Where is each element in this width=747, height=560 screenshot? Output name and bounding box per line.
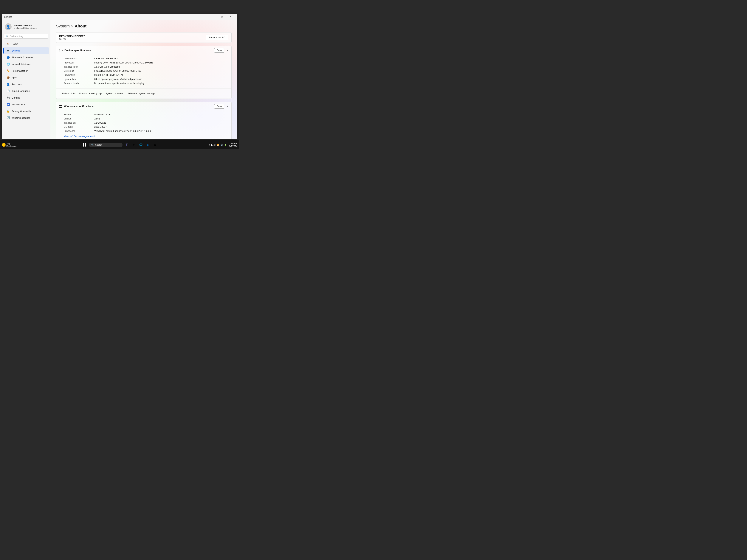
weather-condition: Mostly sunny xyxy=(6,145,17,147)
title-bar: Settings — □ ✕ xyxy=(2,14,237,20)
taskbar-search[interactable]: 🔍 Search xyxy=(89,143,123,147)
section-actions: Copy ▲ xyxy=(214,48,228,53)
spec-label-system-type: System type xyxy=(64,78,94,80)
spec-label-device-id: Device ID xyxy=(64,70,94,72)
system-tray-expand[interactable]: ∧ xyxy=(209,144,210,146)
clock[interactable]: 12:00 PM 3/7/2024 xyxy=(228,142,237,148)
teams-icon: T xyxy=(126,143,128,147)
weather-widget[interactable]: 7°C Mostly sunny xyxy=(2,143,17,147)
nav-label-accessibility: Accessibility xyxy=(11,103,25,106)
minimize-button[interactable]: — xyxy=(209,14,218,20)
breadcrumb-system[interactable]: System xyxy=(56,24,70,29)
spec-value-edition: Windows 11 Pro xyxy=(94,113,228,116)
device-specs-header[interactable]: ℹ Device specifications Copy ▲ xyxy=(56,46,231,55)
rename-pc-button[interactable]: Rename this PC xyxy=(206,35,228,40)
avatar: 👤 xyxy=(5,23,11,30)
spec-value-device-id: F4E66B0B-3C80-43CF-9F08-0124905FB433 xyxy=(94,70,228,72)
nav-label-privacy: Privacy & security xyxy=(11,110,31,112)
nav-item-update[interactable]: 🔄 Windows Update xyxy=(3,115,49,121)
settings-taskbar-icon: ⚙ xyxy=(154,143,156,146)
domain-workgroup-link[interactable]: Domain or workgroup xyxy=(79,92,102,95)
windows-logo-icon xyxy=(59,105,62,108)
search-box[interactable]: 🔍 xyxy=(4,34,48,38)
nav-label-time: Time & language xyxy=(11,89,30,92)
ms-services-agreement-link[interactable]: Microsoft Services Agreement xyxy=(64,135,228,138)
windows-specs-header[interactable]: Windows specifications Copy ▲ xyxy=(56,102,231,111)
nav-item-gaming[interactable]: 🎮 Gaming xyxy=(3,95,49,101)
window-controls: — □ ✕ xyxy=(209,14,235,20)
nav-item-apps[interactable]: 📦 Apps xyxy=(3,74,49,81)
clock-date: 3/7/2024 xyxy=(229,145,237,148)
nav-label-apps: Apps xyxy=(11,76,17,79)
clock-time: 12:00 PM xyxy=(228,142,237,145)
taskbar-app-settings[interactable]: ⚙ xyxy=(152,142,158,148)
volume-icon: 🔊 xyxy=(221,144,223,146)
time-icon: 🕐 xyxy=(6,89,10,92)
nav-label-home: Home xyxy=(11,43,18,45)
main-layout: 👤 Ana-Maria Minca analaptop10@gmail.com … xyxy=(2,20,237,139)
home-icon: 🏠 xyxy=(6,42,10,46)
nav-item-home[interactable]: 🏠 Home xyxy=(3,41,49,47)
spec-row-edition: Edition Windows 11 Pro xyxy=(64,112,228,117)
taskbar-right: ∧ ENG 📶 🔊 🔋 12:00 PM 3/7/2024 xyxy=(209,142,237,148)
spec-value-system-type: 64-bit operating system, x64-based proce… xyxy=(94,78,228,80)
pc-model: G5 KC xyxy=(59,38,85,40)
nav-label-personalization: Personalization xyxy=(11,70,28,72)
nav-item-accounts[interactable]: 👤 Accounts xyxy=(3,81,49,87)
lang-indicator: ENG xyxy=(211,144,216,146)
ms-license-terms-link[interactable]: Microsoft Software License Terms xyxy=(64,138,228,139)
taskbar-app-chrome[interactable]: 🌐 xyxy=(138,142,144,148)
weather-info: 7°C Mostly sunny xyxy=(6,143,17,147)
related-links: Related links Domain or workgroup System… xyxy=(59,90,228,97)
edge-icon: e xyxy=(147,143,149,146)
taskbar: 7°C Mostly sunny 🔍 Search T 🛍 🌐 xyxy=(0,140,239,149)
windows-specs-card: Windows specifications Copy ▲ Edition Wi… xyxy=(56,102,232,139)
nav-item-personalization[interactable]: ✏️ Personalization xyxy=(3,68,49,74)
taskbar-center: 🔍 Search T 🛍 🌐 e ⚙ xyxy=(81,141,158,148)
chrome-icon: 🌐 xyxy=(139,143,143,146)
spec-label-ram: Installed RAM xyxy=(64,65,94,68)
nav-item-bluetooth[interactable]: 🔵 Bluetooth & devices xyxy=(3,54,49,60)
spec-value-product-id: 00330-80141-60511-AA471 xyxy=(94,74,228,76)
windows-section-header-left: Windows specifications xyxy=(59,105,94,108)
privacy-icon: 🔒 xyxy=(6,109,10,113)
taskbar-app-teams[interactable]: T xyxy=(124,142,130,148)
advanced-settings-link[interactable]: Advanced system settings xyxy=(128,92,155,95)
nav-label-update: Windows Update xyxy=(11,116,30,119)
weather-icon xyxy=(2,143,6,147)
store-icon: 🛍 xyxy=(132,143,135,146)
taskbar-app-store[interactable]: 🛍 xyxy=(131,142,137,148)
spec-label-installed-on: Installed on xyxy=(64,122,94,124)
user-email: analaptop10@gmail.com xyxy=(14,27,36,29)
spec-value-version: 23H2 xyxy=(94,117,228,120)
spec-label-os-build: OS build xyxy=(64,126,94,128)
search-input[interactable] xyxy=(4,34,48,38)
spec-value-installed-on: 12/14/2022 xyxy=(94,122,228,124)
nav-item-network[interactable]: 🌐 Network & internet xyxy=(3,61,49,67)
nav-item-time[interactable]: 🕐 Time & language xyxy=(3,88,49,94)
spec-label-version: Version xyxy=(64,117,94,120)
user-profile[interactable]: 👤 Ana-Maria Minca analaptop10@gmail.com xyxy=(2,22,50,33)
nav-item-privacy[interactable]: 🔒 Privacy & security xyxy=(3,108,49,114)
taskbar-app-edge[interactable]: e xyxy=(145,142,151,148)
copy-windows-specs-button[interactable]: Copy xyxy=(214,104,224,109)
breadcrumb-about: About xyxy=(75,24,87,29)
spec-row-version: Version 23H2 xyxy=(64,117,228,121)
device-specs-title: Device specifications xyxy=(65,49,91,52)
nav-item-system[interactable]: 💻 System xyxy=(3,47,49,54)
device-spec-table: Device name DESKTOP-NRBDPFD Processor In… xyxy=(56,55,231,88)
start-button[interactable] xyxy=(81,141,88,148)
nav-label-gaming: Gaming xyxy=(11,96,20,99)
spec-value-experience: Windows Feature Experience Pack 1000.226… xyxy=(94,130,228,132)
wifi-icon: 📶 xyxy=(217,144,220,146)
spec-label-device-name: Device name xyxy=(64,57,94,60)
close-button[interactable]: ✕ xyxy=(226,14,235,20)
taskbar-search-icon: 🔍 xyxy=(91,143,94,146)
system-protection-link[interactable]: System protection xyxy=(105,92,124,95)
spec-row-installed-on: Installed on 12/14/2022 xyxy=(64,121,228,125)
copy-device-specs-button[interactable]: Copy xyxy=(214,48,224,53)
spec-value-pen-touch: No pen or touch input is available for t… xyxy=(94,82,228,85)
maximize-button[interactable]: □ xyxy=(218,14,226,20)
content-area: System > About DESKTOP-NRBDPFD G5 KC Ren… xyxy=(50,20,237,139)
nav-item-accessibility[interactable]: ♿ Accessibility xyxy=(3,101,49,108)
